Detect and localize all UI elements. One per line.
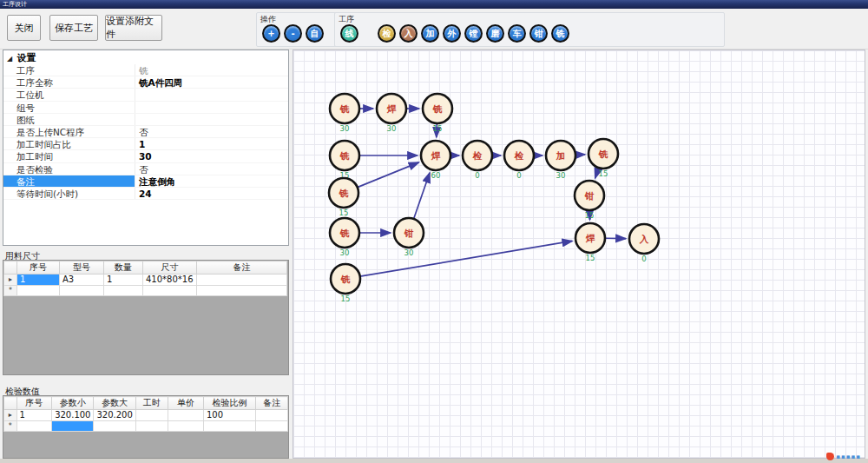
table-cell[interactable] [60,285,104,296]
diagram-node[interactable]: 焊60 [421,141,450,180]
column-header[interactable]: 序号 [16,397,52,410]
process-flow-canvas[interactable]: 铣30焊30铣15铣15焊60检0检0加30铣15钳15焊15入0铣15铣30钳… [293,50,865,459]
property-value[interactable]: 1 [135,138,288,149]
current-row-marker: ▸ [4,274,17,286]
diagram-node[interactable]: 铣15 [331,264,360,303]
add-node-button[interactable]: + [262,24,280,43]
column-header[interactable]: 数量 [104,261,143,274]
diagram-node[interactable]: 钳30 [394,218,424,257]
table-cell[interactable] [143,285,197,296]
column-header[interactable]: 型号 [60,261,104,274]
column-header[interactable]: 备注 [197,261,287,274]
process-fitting-button[interactable]: 钳 [529,24,548,43]
table-row[interactable]: ▸1A31410*80*16 [4,274,287,286]
property-row[interactable]: 是否检验否 [3,163,288,175]
process-inspect-button[interactable]: 检 [378,24,396,43]
property-row[interactable]: 备注注意倒角 [3,175,288,188]
property-value[interactable]: 否 [135,126,288,137]
table-cell[interactable] [197,285,287,296]
set-attachment-button[interactable]: 设置添附文件 [105,15,162,41]
column-header[interactable]: 参数大 [94,397,135,410]
property-value[interactable]: 否 [135,163,288,175]
table-cell[interactable] [168,410,203,421]
column-header[interactable]: 检验比例 [203,397,255,410]
property-row[interactable]: 加工时间30 [3,150,288,162]
table-cell[interactable] [17,285,60,296]
diagram-node[interactable]: 检0 [463,141,492,180]
property-value[interactable]: 铣 [135,64,288,76]
material-size-table: 序号型号数量尺寸备注▸1A31410*80*16* [3,260,289,375]
property-row[interactable]: 等待时间(小时)24 [3,188,288,200]
diagram-node[interactable]: 铣15 [329,178,358,217]
column-header[interactable]: 备注 [256,397,288,410]
table-cell[interactable] [256,420,288,432]
table-cell[interactable]: A3 [60,274,104,286]
diagram-node[interactable]: 铣15 [423,94,452,133]
property-row[interactable]: 图纸 [3,114,288,126]
new-row[interactable]: * [4,420,288,432]
table-cell[interactable] [104,285,143,296]
table-cell[interactable]: 320.100 [52,410,94,421]
table-cell[interactable] [197,274,287,286]
table-cell[interactable]: 1 [104,274,143,286]
property-value[interactable] [135,114,288,125]
diagram-node[interactable]: 铣30 [330,94,359,133]
property-row[interactable]: 是否上传NC程序否 [3,126,288,138]
column-header[interactable]: 工时 [135,397,168,410]
new-row[interactable]: * [4,285,287,296]
table-cell[interactable] [52,420,94,432]
table-cell[interactable] [135,410,168,421]
table-cell[interactable] [168,420,203,432]
property-value[interactable]: 铣A件四周 [135,76,288,88]
process-boring-button[interactable]: 镗 [464,24,483,43]
property-value[interactable] [135,89,288,100]
property-value[interactable] [135,102,288,113]
auto-layout-button[interactable]: 自 [306,24,324,43]
table-row[interactable]: ▸1320.100320.200100 [4,410,288,421]
property-row[interactable]: 加工时间占比1 [3,138,288,150]
process-turning-button[interactable]: 车 [508,24,526,43]
table-cell[interactable]: 1 [16,410,52,421]
property-value[interactable]: 注意倒角 [135,175,288,187]
table-cell[interactable] [135,420,168,432]
column-header[interactable]: 单价 [168,397,203,410]
diagram-node[interactable]: 钳15 [575,181,604,220]
diagram-node[interactable]: 焊30 [377,94,406,133]
table-cell[interactable]: 320.200 [94,410,135,421]
process-machining-button[interactable]: 加 [421,24,439,43]
diagram-node[interactable]: 加30 [546,141,575,180]
diagram-node[interactable]: 铣30 [330,218,359,257]
remove-node-button[interactable]: - [284,24,302,43]
property-value[interactable]: 24 [135,188,288,199]
diagram-node[interactable]: 检0 [504,141,534,180]
process-grinding-button[interactable]: 磨 [486,24,504,43]
diagram-node[interactable]: 铣15 [330,141,359,180]
table-cell[interactable] [16,420,52,432]
process-milling-button[interactable]: 铣 [551,24,569,43]
process-wirecut-button[interactable]: 线 [340,24,358,43]
column-header[interactable]: 参数小 [52,397,94,410]
property-row[interactable]: 工序铣 [3,64,288,76]
diagram-node[interactable]: 入0 [629,224,659,263]
process-outsource-button[interactable]: 外 [443,24,461,43]
close-button[interactable]: 关闭 [7,15,41,41]
property-row[interactable]: 组号 [3,102,288,114]
save-process-button[interactable]: 保存工艺 [49,15,98,41]
column-header[interactable]: 尺寸 [143,261,197,274]
new-row-marker: * [4,420,17,432]
process-storage-button[interactable]: 入 [399,24,418,43]
diagram-node[interactable]: 铣15 [589,139,618,178]
table-cell[interactable]: 100 [203,410,255,421]
table-cell[interactable] [203,420,255,432]
table-cell[interactable] [94,420,135,432]
property-row[interactable]: 工序全称铣A件四周 [3,76,288,89]
table-cell[interactable] [256,410,288,421]
column-header[interactable]: 序号 [17,261,60,274]
diagram-node[interactable]: 焊15 [575,223,605,262]
table-cell[interactable]: 1 [17,274,60,286]
table-cell[interactable]: 410*80*16 [143,274,197,286]
property-value[interactable]: 30 [135,150,288,162]
collapse-triangle-icon[interactable]: ◢ [7,52,12,66]
node-label: 铣 [339,103,350,114]
property-row[interactable]: 工位机 [3,89,288,101]
